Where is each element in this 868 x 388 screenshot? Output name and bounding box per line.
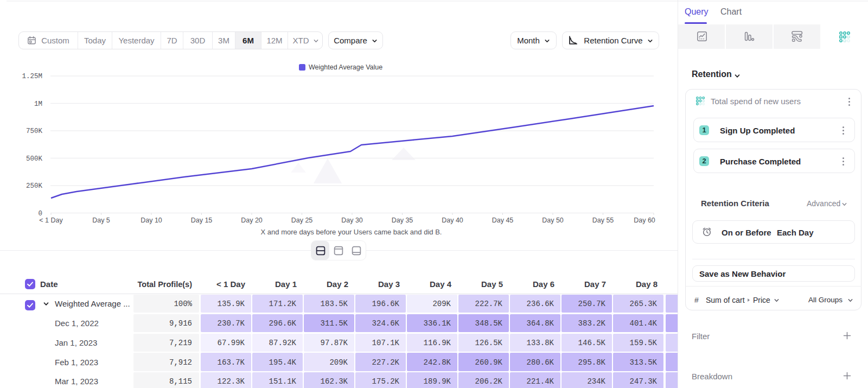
svg-text:250K: 250K xyxy=(26,182,43,190)
svg-text:< 1 Day: < 1 Day xyxy=(39,217,63,224)
svg-text:Day 50: Day 50 xyxy=(542,217,564,224)
svg-text:Day 25: Day 25 xyxy=(291,217,313,224)
svg-text:Day 45: Day 45 xyxy=(492,217,514,224)
svg-text:1M: 1M xyxy=(34,100,42,108)
svg-text:Day 20: Day 20 xyxy=(241,217,263,224)
svg-text:1.25M: 1.25M xyxy=(22,73,42,80)
svg-text:Day 35: Day 35 xyxy=(392,217,413,224)
svg-text:Day 5: Day 5 xyxy=(92,217,110,224)
svg-text:Day 10: Day 10 xyxy=(141,217,162,224)
svg-text:750K: 750K xyxy=(26,128,43,135)
svg-text:Day 55: Day 55 xyxy=(592,217,614,224)
svg-text:Day 40: Day 40 xyxy=(442,217,463,224)
svg-text:Day 15: Day 15 xyxy=(191,217,213,224)
svg-text:500K: 500K xyxy=(26,155,43,163)
svg-text:Day 60: Day 60 xyxy=(634,217,655,224)
svg-text:Day 30: Day 30 xyxy=(341,217,363,224)
